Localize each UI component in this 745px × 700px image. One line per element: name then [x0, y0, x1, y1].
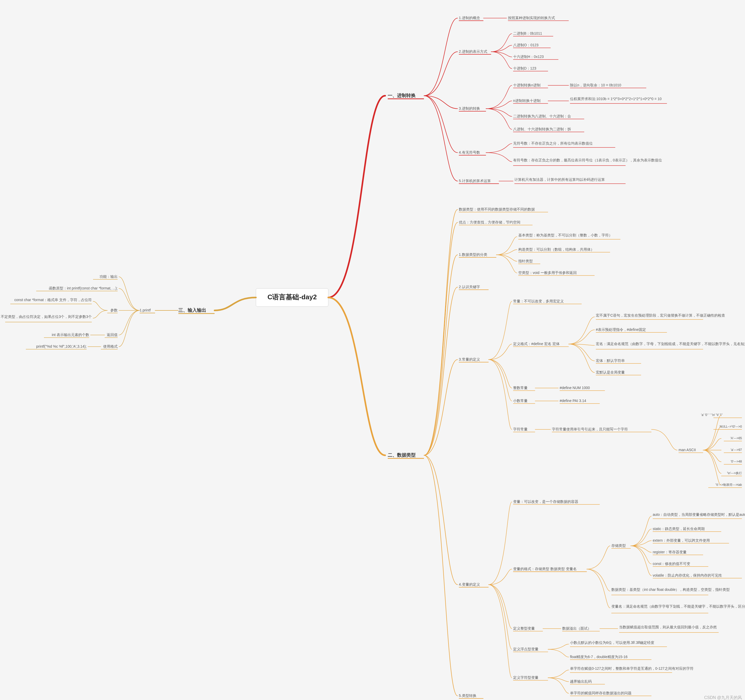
b1-n3: 3.进制的转换 — [459, 106, 480, 111]
b2-n3-flt: 小数常量 — [513, 399, 528, 403]
b2-n3-a: 常量：不可以改变，多用宏定义 — [513, 299, 564, 303]
b1-n3-b-d: 位权展开求和法:1010b = 1*2^3+0*2^2+1*2^1+0*2^0 … — [570, 97, 662, 101]
b2-n4-a: 变量：可以改变，是一个存储数据的容器 — [513, 499, 578, 504]
b2-title: 二、数据类型 — [388, 453, 416, 458]
b2-n3-int-d: #define NUM 1000 — [559, 386, 590, 390]
store-a: auto：自动类型，当局部变量省略存储类型时，默认是auto — [653, 513, 745, 517]
b2-n3: 3.常量的定义 — [459, 357, 480, 361]
b3-ret: 返回值 — [107, 333, 118, 337]
b1-n2-b: 八进制O：0123 — [513, 43, 539, 47]
mindmap-canvas: C语言基础-day2 一、进制转换 1.进制的概念 按照某种进制实现的转换方式 … — [0, 0, 745, 700]
store-d: register：寄存器变量 — [653, 550, 687, 554]
b3-printf: 1.printf — [139, 308, 151, 312]
b1-n3-d: 八进制、十六进制转换为二进制：拆 — [513, 127, 571, 131]
b1-n5-d: 计算机只有加法器，计算中的所有运算均以补码进行运算 — [515, 177, 605, 181]
b2-n3-int: 整数常量 — [513, 386, 528, 390]
ascii-g: '\t'--->制表符--->tab — [715, 483, 742, 487]
b2-n1-b: 构造类型：可以分割（数组，结构体，共用体） — [518, 247, 594, 252]
b2-n4-nm: 变量名：满足命名规范（由数字字母下划线，不能是关键字，不能以数字开头，区分大小写… — [611, 604, 745, 609]
b2-n2: 2.认识关键字 — [459, 285, 480, 289]
b2-n3-flt-d: #define PAI 3.14 — [559, 399, 586, 403]
b3-fn: 功能：输出 — [100, 274, 118, 279]
store-f: volatile：防止内存优化，保持内存的可见性 — [653, 573, 722, 577]
b1-n1-d: 按照某种进制实现的转换方式 — [508, 16, 555, 20]
root-label: C语言基础-day2 — [268, 293, 317, 301]
b2-n3-fmt: 定义格式：#define 宏名 宏体 — [513, 342, 559, 346]
store-c: extern：外部变量，可以跨文件使用 — [653, 538, 710, 543]
b1-n3-a: 十进制转换n进制 — [513, 83, 540, 87]
b2-n4-dt: 数据类型：基类型（int char float double），构造类型，空类型… — [611, 588, 730, 592]
b2-n1: 1.数据类型的分类 — [459, 252, 487, 256]
b3-ret-d: int 表示输出元素的个数 — [52, 333, 89, 337]
b1-n2-c: 十六进制H：0x123 — [513, 55, 544, 59]
b2-flt-b: float精度为6-7，double精度为15-16 — [570, 655, 628, 659]
b2-n1-a: 基本类型：称为基类型，不可以分割（整数，小数，字符） — [518, 233, 612, 237]
b2-n3-fmt-a: 宏不属于C语句，宏发生在预处理阶段，宏只做替换不做计算，不做正确性的检查 — [596, 313, 725, 318]
b2-n4-overflow: 数据溢出（面试） — [562, 626, 591, 630]
b2-t1: 数据类型：使用不同的数据类型存储不同的数据 — [459, 207, 535, 211]
b1-n3-c: 二进制转换为八进制、十六进制：合 — [513, 114, 571, 118]
b1-n2: 2.进制的表示方式 — [459, 49, 487, 54]
b1-n3-a-d: 除以n，逆向取余：10 = 0b1010 — [570, 83, 621, 87]
b1-n2-d: 十进制D：123 — [513, 66, 536, 70]
b2-n4-flt: 定义浮点型变量 — [513, 647, 539, 651]
b2-n4-overflow-d: 当数据赋值超出取值范围，则从最大值回到最小值，反之亦然 — [619, 625, 717, 629]
b2-n4: 4.变量的定义 — [459, 582, 480, 586]
store-e: const：修改的值不可变 — [653, 562, 690, 566]
ascii-f: '\n'--->换行 — [727, 471, 742, 475]
b1-n4: 4.有无符号数 — [459, 150, 480, 154]
b2-chr-b: 越界输出乱码 — [570, 679, 592, 684]
b2-ascii: man ASCII — [679, 448, 696, 452]
b2-n3-chr-d: 字符常量使用单引号引起来，且只能写一个字符 — [552, 427, 628, 431]
ascii-a: 'a' '0' ' ' '\n' '\t' '\'' — [701, 413, 723, 417]
b2-chr-a: 单字符在赋值0-127之间时，整数和单字符是互通的，0-127之间有对应的字符 — [570, 666, 694, 670]
store-b: static：静态类型，延长生命周期 — [653, 527, 705, 531]
b1-n4-a: 无符号数：不存在正负之分，所有位均表示数值位 — [513, 141, 593, 145]
b1-n2-a: 二进制B：0b1011 — [513, 31, 542, 36]
b1-n5: 5.计算机的算术运算 — [459, 179, 491, 183]
b3-param-b: ...：不定参数，不定个数，不定类型，由占位符决定，如果占位3个，则不定参数3个 — [0, 315, 92, 319]
b1-title: 一、进制转换 — [388, 93, 416, 98]
b2-n3-fmt-d: 宏体：默认字符串 — [596, 358, 625, 363]
b2-t2: 优点：方便查找，方便存储，节约空间 — [459, 220, 521, 224]
ascii-e: '0'--->48 — [730, 460, 742, 463]
ascii-d: 'a'--->97 — [730, 448, 742, 452]
b3-proto: 函数原型：int printf(const char *format, ...)… — [49, 286, 118, 290]
b2-n3-fmt-b: #表示预处理指令，#define固定 — [596, 327, 646, 332]
b2-n4-chr: 定义字符型变量 — [513, 675, 539, 679]
b2-n3-fmt-c: 宏名：满足命名规范（由数字，字母，下划线组成，不能是关键字，不能以数字开头，见名… — [596, 342, 745, 346]
watermark: CSDN @九月天的风 — [704, 696, 742, 700]
b3-param: 参数 — [111, 308, 118, 312]
b3-param-a: const char *format：格式串 文件，字符，占位符 — [15, 298, 92, 302]
b3-title: 三、输入输出 — [178, 307, 206, 313]
b3-use: 使用格式 — [103, 344, 118, 348]
b2-n4-store: 存储类型 — [611, 544, 626, 548]
b2-n1-d: 空类型：void 一般多用于传参和返回 — [518, 271, 577, 275]
b2-flt-a: 小数点默认的小数位为6位，可以使用.3f/.3lf确定经度 — [570, 640, 654, 645]
b1-n4-b: 有符号数：存在正负之分的数，最高位表示符号位（1表示负，0表示正），其余为表示数… — [513, 158, 662, 162]
b2-n1-c: 指针类型 — [518, 259, 533, 263]
b2-n4-fmt: 变量的格式：存储类型 数据类型 变量名 — [513, 567, 577, 571]
ascii-b: NULL-->'\0'--->0 — [720, 425, 742, 429]
b3-use-d: printf("%d %c %f",100,'A',3.14); — [36, 344, 87, 348]
b2-n5: 5.类型转换 — [459, 694, 476, 698]
b2-chr-c: 单字符的赋值同样存在数据溢出的问题 — [570, 691, 631, 695]
b2-n4-int: 定义整型变量 — [513, 626, 535, 630]
b2-n3-chr: 字符常量 — [513, 427, 528, 431]
b2-n3-fmt-e: 宏默认是全局变量 — [596, 370, 625, 374]
b1-n1: 1.进制的概念 — [459, 16, 480, 20]
b1-n3-b: n进制转换十进制 — [513, 99, 540, 103]
ascii-c: 'A'--->65 — [730, 436, 742, 440]
